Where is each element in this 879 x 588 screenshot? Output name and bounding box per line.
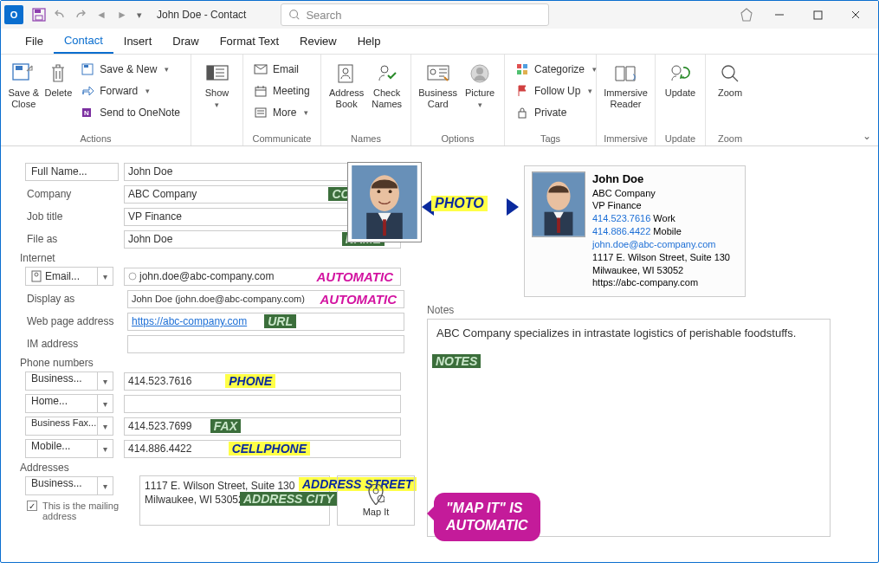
fax-button[interactable]: Business Fax... (25, 417, 98, 436)
immersive-reader-button[interactable]: Immersive Reader (604, 58, 648, 132)
nav-next-icon[interactable]: ► (113, 5, 132, 24)
svg-point-38 (389, 190, 392, 193)
delete-label: Delete (44, 87, 72, 99)
card-name: John Doe (592, 171, 730, 187)
picture-button[interactable]: Picture ▾ (462, 58, 497, 132)
annot-auto-display: AUTOMATIC (316, 292, 400, 307)
im-field[interactable] (127, 335, 404, 353)
more-button[interactable]: More▾ (250, 103, 313, 122)
names-group-label: Names (328, 132, 404, 144)
save-close-label: Save & Close (8, 87, 39, 109)
save-qa-icon[interactable] (29, 5, 48, 24)
zoom-label: Zoom (718, 87, 742, 99)
update-button[interactable]: Update (662, 58, 698, 132)
ribbon-body: Save & Close Delete Save & New▾ Forward▾… (1, 55, 878, 146)
mobile-caret[interactable]: ▾ (98, 439, 113, 458)
svg-rect-1 (35, 10, 41, 13)
email-type-button[interactable]: Email... (25, 267, 98, 286)
svg-rect-15 (255, 108, 266, 117)
svg-rect-26 (523, 70, 527, 74)
save-close-button[interactable]: Save & Close (8, 58, 39, 132)
web-page-label: Web page address (25, 315, 122, 327)
svg-rect-6 (16, 66, 23, 70)
maximize-button[interactable] (798, 3, 837, 27)
fax-caret[interactable]: ▾ (98, 417, 113, 436)
annot-mapit-callout: "MAP IT" ISAUTOMATIC (434, 493, 540, 541)
immersive-label: Immersive Reader (604, 87, 648, 109)
home-phone-field[interactable] (124, 395, 401, 413)
tab-file[interactable]: File (15, 29, 54, 53)
close-button[interactable] (837, 3, 875, 27)
business-card-preview[interactable]: John Doe ABC Company VP Finance 414.523.… (524, 165, 746, 297)
redo-icon[interactable] (71, 5, 90, 24)
address-type-button[interactable]: Business... (25, 476, 98, 495)
save-new-button[interactable]: Save & New▾ (77, 60, 184, 79)
meeting-button[interactable]: Meeting (250, 81, 313, 100)
svg-rect-36 (383, 219, 386, 236)
check-names-button[interactable]: Check Names (370, 58, 404, 132)
map-it-button[interactable]: Map It (337, 475, 415, 526)
mobile-field[interactable]: 414.886.4422CELLPHONE (124, 440, 401, 458)
svg-rect-8 (84, 65, 88, 68)
card-title: VP Finance (592, 199, 730, 212)
business-phone-button[interactable]: Business... (25, 372, 98, 391)
mailing-address-checkbox[interactable]: ✓ (27, 501, 37, 511)
email-type-caret[interactable]: ▾ (98, 267, 113, 286)
svg-point-17 (343, 68, 348, 74)
show-button[interactable]: Show ▾ (198, 58, 236, 142)
categorize-button[interactable]: Categorize▾ (512, 60, 600, 79)
tab-insert[interactable]: Insert (113, 29, 163, 53)
business-card-button[interactable]: Business Card (418, 58, 457, 132)
tab-contact[interactable]: Contact (54, 29, 113, 54)
ribbon-tabs: File Contact Insert Draw Format Text Rev… (1, 29, 878, 55)
tab-review[interactable]: Review (289, 29, 347, 53)
mobile-button[interactable]: Mobile... (25, 439, 98, 458)
business-phone-caret[interactable]: ▾ (98, 372, 113, 391)
fax-field[interactable]: 414.523.7699FAX (124, 417, 401, 436)
send-onenote-button[interactable]: NSend to OneNote (77, 103, 184, 122)
nav-prev-icon[interactable]: ◄ (92, 5, 111, 24)
coming-soon-icon[interactable] (733, 3, 760, 27)
tab-help[interactable]: Help (347, 29, 391, 53)
tab-draw[interactable]: Draw (162, 29, 209, 53)
search-box[interactable]: Search (281, 3, 549, 26)
im-label: IM address (25, 338, 122, 350)
annot-auto-email: AUTOMATIC (313, 269, 397, 284)
private-button[interactable]: Private (512, 103, 600, 122)
file-as-label: File as (25, 233, 119, 245)
annot-photo: PHOTO (431, 196, 488, 211)
window: O ◄ ► ▾ John Doe - Contact Search (0, 0, 879, 563)
minimize-button[interactable] (760, 3, 798, 27)
home-phone-caret[interactable]: ▾ (98, 394, 113, 413)
delete-button[interactable]: Delete (44, 58, 72, 132)
window-title: John Doe - Contact (157, 9, 246, 21)
home-phone-button[interactable]: Home... (25, 394, 98, 413)
annot-cellphone: CELLPHONE (229, 442, 310, 456)
address-book-button[interactable]: Address Book (328, 58, 365, 132)
contact-photo[interactable] (347, 162, 422, 242)
card-web: https://abc-company.com (592, 276, 730, 289)
svg-point-29 (722, 66, 734, 78)
qa-customize-icon[interactable]: ▾ (133, 5, 145, 24)
address-type-caret[interactable]: ▾ (98, 476, 113, 495)
collapse-ribbon-icon[interactable]: ⌄ (863, 130, 871, 142)
svg-rect-27 (519, 112, 526, 118)
display-as-field[interactable]: John Doe (john.doe@abc-company.com)AUTOM… (127, 290, 404, 308)
full-name-button[interactable]: Full Name... (25, 163, 119, 181)
zoom-button[interactable]: Zoom (713, 58, 747, 132)
card-addr1: 1117 E. Wilson Street, Suite 130 (592, 251, 730, 264)
business-phone-field[interactable]: 414.523.7616PHONE (124, 372, 401, 391)
svg-point-22 (476, 68, 483, 74)
business-card-label: Business Card (418, 87, 457, 109)
card-addr2: Milwaukee, WI 53052 (592, 264, 730, 277)
email-button[interactable]: Email (250, 60, 313, 79)
forward-button[interactable]: Forward▾ (77, 81, 184, 100)
annot-phone: PHONE (225, 374, 275, 388)
annot-addr-city: ADDRESS CITY (240, 492, 337, 506)
undo-icon[interactable] (50, 5, 69, 24)
web-page-field[interactable]: https://abc-company.comURL (127, 313, 404, 331)
annot-url: URL (264, 314, 296, 328)
tab-format-text[interactable]: Format Text (210, 29, 289, 53)
follow-up-button[interactable]: Follow Up▾ (512, 81, 600, 100)
email-field[interactable]: john.doe@abc-company.com AUTOMATIC (124, 268, 401, 286)
